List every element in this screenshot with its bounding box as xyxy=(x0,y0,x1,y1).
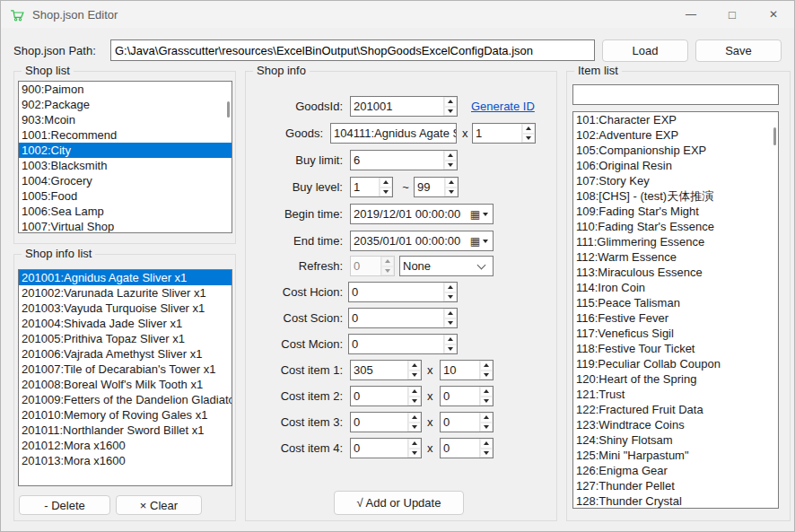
item-list-box[interactable]: 101:Character EXP102:Adventure EXP105:Co… xyxy=(572,111,779,509)
refresh-mode-select[interactable]: None xyxy=(399,256,494,276)
shop-info-list-item[interactable]: 201006:Vajrada Amethyst Sliver x1 xyxy=(19,346,232,362)
end-time-picker[interactable]: 2035/01/01 00:00:00 ▦ xyxy=(350,231,494,251)
shop-info-list-item[interactable]: 201001:Agnidus Agate Sliver x1 xyxy=(19,270,232,285)
shop-info-list-item[interactable]: 201004:Shivada Jade Sliver x1 xyxy=(19,316,232,331)
item-list-item[interactable]: 123:Windtrace Coins xyxy=(573,417,778,432)
spinner-up-icon[interactable] xyxy=(444,283,457,292)
spinner-up-icon[interactable] xyxy=(444,97,457,107)
cost-mcion-spinner[interactable]: 0 xyxy=(348,334,458,354)
scrollbar-thumb[interactable] xyxy=(227,101,230,118)
cost-item-3-id-spinner[interactable]: 0 xyxy=(350,412,422,432)
cost-item-4-id-spinner[interactable]: 0 xyxy=(350,438,422,458)
spinner-up-icon[interactable] xyxy=(444,335,457,344)
spinner-down-icon[interactable] xyxy=(380,188,392,197)
spinner-down-icon[interactable] xyxy=(408,423,421,432)
shop-list-item[interactable]: 1002:City xyxy=(19,143,232,158)
clear-button[interactable]: × Clear xyxy=(116,495,202,515)
item-list-item[interactable]: 102:Adventure EXP xyxy=(573,127,778,143)
item-list-item[interactable]: 118:Festive Tour Ticket xyxy=(573,341,778,356)
spinner-up-icon[interactable] xyxy=(480,387,493,397)
spinner-up-icon[interactable] xyxy=(480,361,493,371)
item-list-item[interactable]: 114:Iron Coin xyxy=(573,280,778,295)
item-list-item[interactable]: 120:Heart of the Spring xyxy=(573,371,778,387)
spinner-down-icon[interactable] xyxy=(444,318,457,328)
item-list-item[interactable]: 101:Character EXP xyxy=(573,112,778,127)
spinner-down-icon[interactable] xyxy=(480,449,493,458)
shop-list-item[interactable]: 1004:Grocery xyxy=(19,173,232,188)
item-list-item[interactable]: 113:Miraculous Essence xyxy=(573,265,778,280)
item-list-item[interactable]: 124:Shiny Flotsam xyxy=(573,432,778,448)
spinner-up-icon[interactable] xyxy=(480,439,493,449)
cost-item-4-count-spinner[interactable]: 0 xyxy=(440,438,494,458)
shop-info-list-item[interactable]: 201013:Mora x1600 xyxy=(19,453,232,468)
item-list-item[interactable]: 125:Mini "Harpastum" xyxy=(573,448,778,463)
cost-item-3-count-spinner[interactable]: 0 xyxy=(440,412,494,432)
shop-list-item[interactable]: 1005:Food xyxy=(19,188,232,204)
spinner-down-icon[interactable] xyxy=(480,397,493,406)
item-list-item[interactable]: 106:Original Resin xyxy=(573,158,778,173)
item-list-item[interactable]: 117:Veneficus Sigil xyxy=(573,326,778,341)
item-list-item[interactable]: 112:Warm Essence xyxy=(573,249,778,265)
item-list-item[interactable]: 109:Fading Star's Might xyxy=(573,204,778,219)
spinner-down-icon[interactable] xyxy=(480,423,493,432)
item-list-item[interactable]: 126:Enigma Gear xyxy=(573,463,778,478)
item-list-item[interactable]: 128:Thunder Crystal xyxy=(573,493,778,509)
spinner-up-icon[interactable] xyxy=(380,178,392,188)
shop-info-list-item[interactable]: 201010:Memory of Roving Gales x1 xyxy=(19,407,232,423)
goods-field[interactable]: 104111:Agnidus Agate S xyxy=(330,123,457,144)
cost-item-2-id-spinner[interactable]: 0 xyxy=(350,386,422,406)
shop-list-item[interactable]: 902:Package xyxy=(19,97,232,112)
load-button[interactable]: Load xyxy=(602,39,688,62)
shop-list-item[interactable]: 1001:Recommend xyxy=(19,127,232,143)
spinner-down-icon[interactable] xyxy=(408,371,421,380)
shop-list-item[interactable]: 1006:Sea Lamp xyxy=(19,204,232,219)
item-list-item[interactable]: 105:Companionship EXP xyxy=(573,143,778,158)
item-search-input[interactable] xyxy=(572,84,779,105)
path-input[interactable] xyxy=(110,39,595,61)
cost-item-2-count-spinner[interactable]: 0 xyxy=(440,386,494,406)
spinner-down-icon[interactable] xyxy=(444,161,457,170)
spinner-up-icon[interactable] xyxy=(408,361,421,371)
minimize-icon[interactable]: — xyxy=(670,1,712,28)
spinner-down-icon[interactable] xyxy=(522,134,535,144)
buy-limit-spinner[interactable]: 6 xyxy=(350,150,458,170)
shop-info-list-item[interactable]: 201005:Prithiva Topaz Sliver x1 xyxy=(19,331,232,346)
shop-list-item[interactable]: 1007:Virtual Shop xyxy=(19,219,232,233)
shop-info-list-box[interactable]: 201001:Agnidus Agate Sliver x1201002:Var… xyxy=(18,269,232,486)
goods-count-spinner[interactable]: 1 xyxy=(472,123,536,144)
shop-info-list-item[interactable]: 201002:Varunada Lazurite Sliver x1 xyxy=(19,285,232,301)
spinner-up-icon[interactable] xyxy=(522,124,535,134)
titlebar[interactable]: Shop.json Editor — □ ✕ xyxy=(1,1,794,28)
cost-hcion-spinner[interactable]: 0 xyxy=(348,282,458,302)
item-list-item[interactable]: 108:[CHS] - (test)天体推演 xyxy=(573,188,778,204)
item-list-item[interactable]: 122:Fractured Fruit Data xyxy=(573,402,778,417)
shop-list-box[interactable]: 900:Paimon902:Package903:Mcoin1001:Recom… xyxy=(18,81,232,233)
spinner-down-icon[interactable] xyxy=(444,344,457,354)
item-list-item[interactable]: 115:Peace Talisman xyxy=(573,295,778,310)
spinner-up-icon[interactable] xyxy=(480,413,493,423)
spinner-up-icon[interactable] xyxy=(408,413,421,423)
scrollbar-thumb[interactable] xyxy=(773,127,776,145)
spinner-up-icon[interactable] xyxy=(445,178,458,188)
item-list-item[interactable]: 116:Festive Fever xyxy=(573,310,778,326)
shop-list-item[interactable]: 900:Paimon xyxy=(19,82,232,97)
item-list-item[interactable]: 111:Glimmering Essence xyxy=(573,234,778,249)
delete-button[interactable]: - Delete xyxy=(19,495,110,515)
shop-info-list-item[interactable]: 201003:Vayuda Turquoise Sliver x1 xyxy=(19,301,232,316)
dropdown-arrow-icon[interactable] xyxy=(483,213,488,216)
spinner-down-icon[interactable] xyxy=(445,188,458,197)
item-list-item[interactable]: 127:Thunder Pellet xyxy=(573,478,778,493)
item-list-item[interactable]: 119:Peculiar Collab Coupon xyxy=(573,356,778,371)
spinner-down-icon[interactable] xyxy=(408,397,421,406)
begin-time-picker[interactable]: 2019/12/01 00:00:00 ▦ xyxy=(350,204,494,224)
item-list-item[interactable]: 107:Story Key xyxy=(573,173,778,188)
spinner-up-icon[interactable] xyxy=(444,309,457,318)
buy-level-max-spinner[interactable]: 99 xyxy=(414,177,459,197)
spinner-up-icon[interactable] xyxy=(444,151,457,161)
cost-scion-spinner[interactable]: 0 xyxy=(348,308,458,328)
cost-item-1-count-spinner[interactable]: 10 xyxy=(440,360,494,380)
spinner-down-icon[interactable] xyxy=(444,107,457,117)
spinner-up-icon[interactable] xyxy=(408,387,421,397)
shop-info-list-item[interactable]: 201009:Fetters of the Dandelion Gladiato xyxy=(19,392,232,407)
shop-info-list-item[interactable]: 201007:Tile of Decarabian's Tower x1 xyxy=(19,362,232,377)
